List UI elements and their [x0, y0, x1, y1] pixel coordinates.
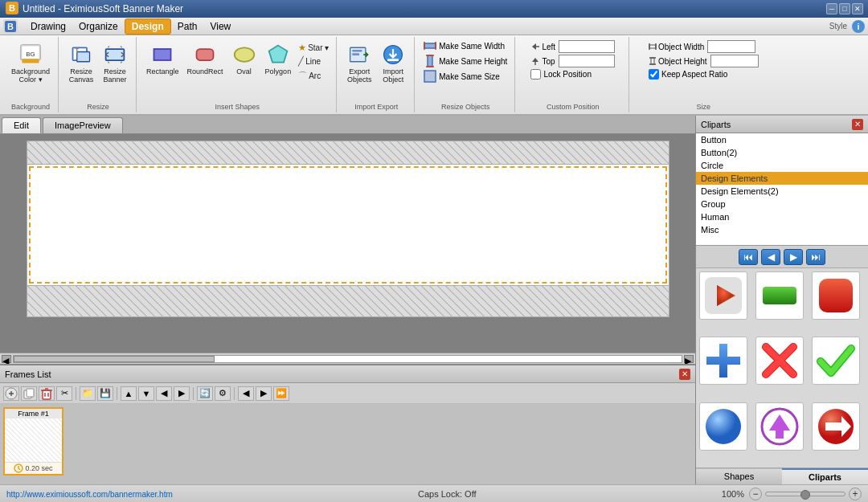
- clipart-red-x[interactable]: [755, 337, 804, 385]
- tab-edit[interactable]: Edit: [2, 117, 41, 133]
- horizontal-scrollbar[interactable]: ◀ ▶: [0, 353, 695, 364]
- menu-drawing[interactable]: Drawing: [24, 19, 72, 34]
- make-same-size-button[interactable]: Make Same Size: [421, 69, 510, 84]
- scroll-track[interactable]: [13, 355, 682, 363]
- clipart-category-button[interactable]: Button: [696, 133, 868, 146]
- frames-save-button[interactable]: 💾: [97, 386, 113, 401]
- scroll-right-button[interactable]: ▶: [684, 355, 694, 363]
- frames-delete-button[interactable]: [39, 386, 55, 401]
- cliparts-tab[interactable]: Cliparts: [782, 468, 868, 484]
- clipart-red-arrow[interactable]: [812, 402, 860, 451]
- zoom-out-button[interactable]: −: [749, 488, 762, 500]
- website-link[interactable]: http://www.eximioussoft.com/bannermaker.…: [6, 490, 173, 499]
- background-color-button[interactable]: BG BackgroundColor ▾: [8, 40, 53, 86]
- tab-image-preview[interactable]: ImagePreview: [43, 117, 123, 133]
- menu-view[interactable]: View: [203, 19, 237, 34]
- frames-prev-button[interactable]: ◀: [238, 386, 254, 401]
- menu-organize[interactable]: Organize: [72, 19, 125, 34]
- menu-design[interactable]: Design: [125, 18, 171, 35]
- svg-rect-29: [424, 71, 436, 82]
- clipart-category-design-elements2[interactable]: Design Elements(2): [696, 185, 868, 198]
- zoom-slider[interactable]: [765, 492, 845, 496]
- ctrl-next-button[interactable]: ▶: [784, 249, 803, 265]
- clipart-category-misc[interactable]: Misc: [696, 223, 868, 236]
- clipart-category-human[interactable]: Human: [696, 210, 868, 223]
- top-label: Top: [530, 56, 555, 66]
- resize-canvas-button[interactable]: ResizeCanvas: [65, 40, 97, 86]
- frames-right-button[interactable]: ▶: [174, 386, 190, 401]
- frames-scissors-button[interactable]: ✂: [56, 386, 72, 401]
- frames-refresh-button[interactable]: 🔄: [197, 386, 213, 401]
- svg-rect-11: [106, 49, 125, 60]
- frames-open-button[interactable]: 📁: [80, 386, 96, 401]
- frames-up-button[interactable]: ▲: [121, 386, 137, 401]
- make-same-height-button[interactable]: Make Same Height: [421, 54, 510, 68]
- object-width-input[interactable]: [707, 40, 755, 53]
- shapes-tab[interactable]: Shapes: [696, 468, 782, 484]
- clipart-category-group[interactable]: Group: [696, 198, 868, 210]
- frames-next-button[interactable]: ▶: [256, 386, 272, 401]
- import-object-button[interactable]: ImportObject: [377, 40, 409, 86]
- left-input[interactable]: [559, 40, 615, 53]
- close-button[interactable]: ✕: [852, 3, 863, 14]
- clipart-green-check[interactable]: [812, 337, 860, 385]
- keep-aspect-checkbox[interactable]: [649, 69, 659, 80]
- clipart-category-button2[interactable]: Button(2): [696, 146, 868, 159]
- ribbon-group-custom-position: Left Top Lock Position Custom Position: [517, 37, 629, 112]
- left-label: Left: [530, 42, 555, 51]
- canvas-container[interactable]: [0, 134, 695, 353]
- rectangle-button[interactable]: Rectangle: [143, 40, 182, 78]
- ctrl-first-button[interactable]: ⏮: [739, 249, 758, 265]
- roundrect-icon: [192, 42, 218, 67]
- frames-panel: Frames List ✕: [0, 364, 695, 484]
- status-bar-right: 100% − +: [722, 488, 862, 500]
- minimize-button[interactable]: ─: [826, 3, 837, 14]
- line-button[interactable]: ╱ Line: [296, 55, 331, 67]
- top-input[interactable]: [559, 55, 615, 67]
- ribbon-group-size: Object Width Object Height Keep Aspect R…: [631, 37, 776, 112]
- object-height-input[interactable]: [710, 55, 759, 67]
- frames-copy-button[interactable]: [21, 386, 37, 401]
- lock-position-label: Lock Position: [543, 70, 591, 79]
- resize-banner-button[interactable]: ResizeBanner: [99, 40, 131, 86]
- status-bar-left: http://www.eximioussoft.com/bannermaker.…: [6, 489, 173, 499]
- cliparts-close-button[interactable]: ✕: [852, 119, 863, 130]
- lock-position-checkbox[interactable]: [530, 69, 541, 80]
- background-color-label: BackgroundColor ▾: [11, 68, 50, 84]
- frames-settings-button[interactable]: ⚙: [215, 386, 231, 401]
- arc-button[interactable]: ⌒ Arc: [296, 69, 331, 83]
- scroll-thumb[interactable]: [14, 356, 215, 362]
- frames-add-button[interactable]: [3, 386, 19, 401]
- zoom-thumb[interactable]: [800, 490, 810, 500]
- svg-marker-33: [532, 58, 538, 62]
- info-button[interactable]: i: [852, 20, 865, 33]
- frame-preview: [5, 418, 62, 463]
- oval-button[interactable]: Oval: [228, 40, 260, 78]
- clipart-category-design-elements[interactable]: Design Elements: [696, 172, 868, 185]
- clipart-green-rect[interactable]: [755, 271, 804, 320]
- canvas-main[interactable]: [27, 165, 669, 285]
- object-height-label: Object Height: [649, 57, 707, 66]
- clipart-blue-plus[interactable]: [699, 337, 747, 385]
- export-objects-button[interactable]: ExportObjects: [343, 40, 375, 86]
- zoom-in-button[interactable]: +: [849, 488, 862, 500]
- frames-left-button[interactable]: ◀: [156, 386, 172, 401]
- clipart-purple-arrow[interactable]: [755, 402, 804, 451]
- clipart-play-button[interactable]: [699, 271, 747, 320]
- clipart-category-circle[interactable]: Circle: [696, 159, 868, 172]
- ctrl-last-button[interactable]: ⏭: [806, 249, 825, 265]
- star-button[interactable]: ★ Star ▾: [296, 42, 331, 54]
- polygon-button[interactable]: Polygon: [262, 40, 295, 78]
- roundrect-button[interactable]: RoundRect: [184, 40, 227, 78]
- ctrl-prev-button[interactable]: ◀: [761, 249, 780, 265]
- maximize-button[interactable]: □: [839, 3, 850, 14]
- frames-down-button[interactable]: ▼: [138, 386, 154, 401]
- frames-close-button[interactable]: ✕: [679, 369, 690, 380]
- clipart-red-rect[interactable]: [812, 271, 860, 320]
- make-same-width-button[interactable]: Make Same Width: [421, 39, 510, 53]
- frame-item-1[interactable]: Frame #1 0.20 sec: [3, 407, 63, 475]
- scroll-left-button[interactable]: ◀: [2, 355, 11, 363]
- frames-fast-forward-button[interactable]: ⏩: [273, 386, 289, 401]
- menu-path[interactable]: Path: [171, 19, 204, 34]
- clipart-blue-ball[interactable]: [699, 402, 747, 451]
